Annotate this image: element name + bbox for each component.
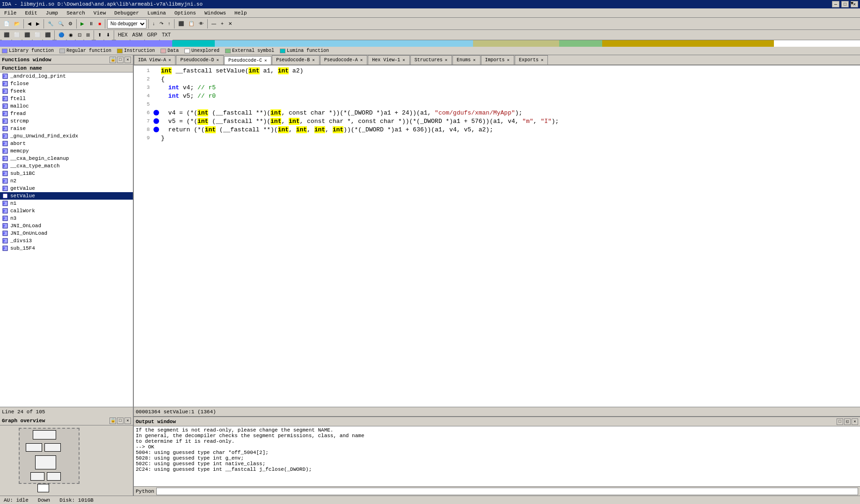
minimize-button[interactable]: — [832,1,839,7]
func-item[interactable]: F __cxa_type_match [0,162,133,170]
function-list[interactable]: F _android_log_print F fclose F fseek F … [0,72,133,407]
menu-jump[interactable]: Jump [44,10,60,16]
graph-float-btn[interactable]: □ [117,418,124,424]
func-item[interactable]: F malloc [0,102,133,110]
panel-float-btn[interactable]: □ [117,57,124,63]
close-dbg[interactable]: ✕ [226,19,234,29]
graph-close-btn[interactable]: ✕ [124,418,131,424]
forward-button[interactable]: ▶ [34,19,42,29]
output-float[interactable]: ◱ [844,418,851,425]
debugger-select[interactable]: No debugger [107,19,146,29]
t2-btn9[interactable]: ⊞ [84,30,92,40]
output-close[interactable]: ✕ [852,418,858,425]
t2-asmview[interactable]: ASM [131,30,145,40]
menu-options[interactable]: Options [172,10,198,16]
tab-exp-close[interactable]: ✕ [540,58,544,63]
output-restore[interactable]: □ [837,418,843,425]
func-item[interactable]: F setValue [0,192,133,200]
menu-windows[interactable]: Windows [202,10,228,16]
menu-search[interactable]: Search [64,10,87,16]
t2-graphview[interactable]: GRP [145,30,159,40]
tool2[interactable]: 🔍 [56,19,66,29]
tab-pseudocode-c[interactable]: Pseudocode-C ✕ [224,56,271,65]
t2-btn5[interactable]: ⬛ [43,30,52,40]
func-item[interactable]: F abort [0,140,133,147]
tab-pseudocode-d[interactable]: Pseudocode-D ✕ [176,55,223,65]
graph-lock-btn[interactable]: 🔒 [109,418,116,424]
bp-toggle[interactable]: ⬛ [176,19,186,29]
tab-exports[interactable]: Exports ✕ [515,55,548,65]
t2-btn2[interactable]: ⬜ [12,30,22,40]
menu-debugger[interactable]: Debugger [112,10,141,16]
nav-expand[interactable]: ▼ [851,0,853,7]
menu-file[interactable]: File [2,10,19,16]
python-input[interactable] [156,488,858,495]
func-item[interactable]: F raise [0,125,133,132]
tab-pc-close[interactable]: ✕ [264,58,267,63]
t2-btn6[interactable]: 🔵 [57,30,66,40]
func-item[interactable]: F sub_11BC [0,170,133,177]
func-item[interactable]: F strcmp [0,117,133,125]
watch[interactable]: 👁 [197,19,205,29]
t2-btn8[interactable]: ⊡ [76,30,83,40]
tab-pb-close[interactable]: ✕ [312,58,315,63]
back-button[interactable]: ◀ [26,19,33,29]
pause-button[interactable]: ⏸ [87,19,95,29]
tab-str-close[interactable]: ✕ [445,58,448,63]
func-item[interactable]: F n1 [0,200,133,207]
menu-help[interactable]: Help [232,10,249,16]
func-item[interactable]: F n3 [0,215,133,222]
func-item[interactable]: F callWork [0,207,133,215]
open-button[interactable]: 📂 [12,19,22,29]
t2-btn11[interactable]: ⬇ [104,30,112,40]
func-item[interactable]: F sub_15F4 [0,245,133,252]
bp-list[interactable]: 📋 [187,19,196,29]
tool3[interactable]: ⚙ [66,19,74,29]
new-button[interactable]: 📄 [2,19,11,29]
tab-structures[interactable]: Structures ✕ [410,55,452,65]
t2-btn10[interactable]: ⬆ [96,30,103,40]
tab-enums[interactable]: Enums ✕ [452,55,480,65]
tab-hv-close[interactable]: ✕ [402,58,405,63]
tab-imp-close[interactable]: ✕ [507,58,510,63]
func-item[interactable]: F n2 [0,177,133,185]
debug-step[interactable]: ↓ [151,19,157,29]
func-item[interactable]: F JNI_OnUnLoad [0,230,133,237]
tab-ida-view-a[interactable]: IDA View-A ✕ [134,55,175,65]
func-item[interactable]: F fread [0,110,133,117]
func-item[interactable]: F __cxa_begin_cleanup [0,155,133,162]
func-item[interactable]: F ftell [0,95,133,102]
func-item[interactable]: F memcpy [0,147,133,155]
panel-close-btn[interactable]: ✕ [124,57,131,63]
tab-hex-view[interactable]: Hex View-1 ✕ [368,55,409,65]
minus-btn[interactable]: — [210,19,218,29]
tab-enum-close[interactable]: ✕ [473,58,476,63]
func-item[interactable]: F getValue [0,185,133,192]
panel-lock-btn[interactable]: 🔒 [109,57,116,63]
tab-pa-close[interactable]: ✕ [360,58,363,63]
tab-ida-close[interactable]: ✕ [168,58,171,63]
debug-out[interactable]: ↑ [166,19,172,29]
t2-hexview[interactable]: HEX [116,30,130,40]
func-item[interactable]: F fseek [0,87,133,95]
tab-pd-close[interactable]: ✕ [216,58,219,63]
menu-view[interactable]: View [91,10,108,16]
func-item[interactable]: F _android_log_print [0,72,133,80]
stop-button[interactable]: ■ [96,19,103,29]
t2-btn7[interactable]: ◉ [67,30,75,40]
t2-textview[interactable]: TXT [160,30,173,40]
func-item[interactable]: F JNI_OnLoad [0,222,133,230]
menu-edit[interactable]: Edit [22,10,39,16]
run-button[interactable]: ▶ [79,19,86,29]
code-area[interactable]: 1int __fastcall setValue(int a1, int a2)… [134,65,860,407]
tab-pseudocode-a[interactable]: Pseudocode-A ✕ [320,55,367,65]
tab-pseudocode-b[interactable]: Pseudocode-B ✕ [272,55,319,65]
t2-btn3[interactable]: ⬛ [22,30,32,40]
func-item[interactable]: F _divsi3 [0,237,133,245]
menu-lumina[interactable]: Lumina [145,10,168,16]
maximize-button[interactable]: □ [841,1,849,7]
func-item[interactable]: F fclose [0,80,133,87]
tab-imports[interactable]: Imports ✕ [481,55,514,65]
debug-over[interactable]: ↷ [158,19,165,29]
tool1[interactable]: 🔧 [46,19,55,29]
